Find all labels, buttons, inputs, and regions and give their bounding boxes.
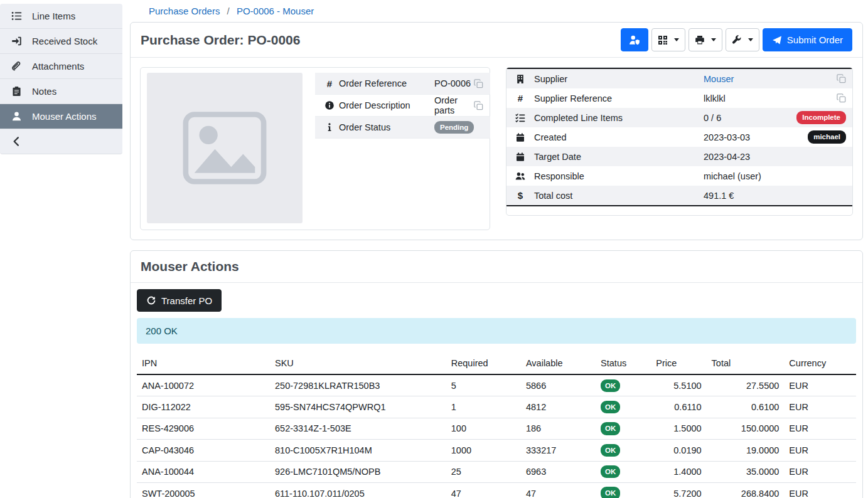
transfer-po-button[interactable]: Transfer PO: [137, 289, 222, 312]
cell-ipn: DIG-112022: [137, 396, 270, 418]
supplier-details-card: Supplier Mouser # Supplier Reference lkl…: [506, 67, 853, 216]
purchase-order-panel-header: Purchase Order: PO-0006: [131, 23, 862, 58]
order-image-placeholder[interactable]: [147, 73, 303, 223]
detail-row-completed-line-items: Completed Line Items 0 / 6 Incomplete: [506, 108, 852, 127]
app-root: Line Items Received Stock Attachments No…: [0, 0, 868, 498]
cell-total: 35.0000: [707, 461, 785, 482]
column-header-sku: SKU: [270, 354, 446, 374]
cell-price: 0.6110: [651, 396, 706, 418]
cell-sku: 926-LMC7101QM5/NOPB: [270, 461, 446, 482]
status-badge: OK: [601, 487, 620, 498]
clipboard-icon: [11, 86, 22, 97]
breadcrumb: Purchase Orders / PO-0006 - Mouser: [130, 4, 863, 22]
detail-row-order-status: Order Status Pending: [315, 117, 490, 139]
copy-icon[interactable]: [474, 101, 483, 110]
list-icon: [11, 11, 22, 21]
detail-label: Order Reference: [339, 78, 434, 88]
detail-row-created: Created 2023-03-03 michael: [506, 127, 852, 147]
mouser-actions-title: Mouser Actions: [141, 259, 239, 274]
cell-sku: 595-SN74HCS74QPWRQ1: [270, 396, 446, 418]
detail-label: Order Description: [339, 100, 434, 110]
submit-order-button[interactable]: Submit Order: [763, 28, 852, 51]
sidebar-item-label: Attachments: [32, 61, 84, 72]
column-header-status: Status: [596, 354, 651, 374]
table-row: ANA-100044 926-LMC7101QM5/NOPB 25 6963 O…: [137, 461, 856, 482]
refresh-icon: [146, 295, 156, 305]
sidebar-collapse-button[interactable]: [0, 129, 122, 154]
dollar-icon: $: [506, 190, 534, 201]
print-dropdown-button[interactable]: [689, 28, 722, 51]
supplier-link[interactable]: Mouser: [704, 74, 734, 84]
cell-currency: EUR: [784, 396, 856, 418]
copy-icon[interactable]: [837, 93, 846, 103]
order-summary-card: # Order Reference PO-0006 Order Descript…: [140, 67, 490, 230]
detail-label: Created: [534, 132, 704, 142]
status-badge: OK: [601, 379, 620, 392]
purchase-order-body: # Order Reference PO-0006 Order Descript…: [131, 58, 862, 240]
detail-row-target-date: Target Date 2023-04-23: [506, 147, 852, 166]
detail-label: Supplier: [534, 74, 704, 84]
order-actions-dropdown-button[interactable]: [726, 28, 759, 51]
cell-required: 100: [446, 418, 521, 439]
cell-available: 4812: [521, 396, 596, 418]
cell-total: 268.8400: [707, 482, 785, 498]
cell-required: 1000: [446, 440, 521, 461]
barcode-icon: [658, 35, 668, 45]
detail-label: Total cost: [534, 191, 704, 201]
cell-ipn: RES-429006: [137, 418, 270, 439]
printer-icon: [695, 35, 705, 45]
sidebar-item-mouser-actions[interactable]: Mouser Actions: [0, 104, 122, 129]
admin-user-button[interactable]: [621, 28, 648, 51]
sidebar-item-attachments[interactable]: Attachments: [0, 54, 122, 79]
detail-label: Supplier Reference: [534, 93, 704, 103]
cell-status: OK: [596, 440, 651, 461]
calendar-icon: [506, 132, 534, 142]
cell-status: OK: [596, 461, 651, 482]
status-alert: 200 OK: [137, 318, 856, 344]
cell-ipn: ANA-100044: [137, 461, 270, 482]
detail-value: michael (user): [704, 171, 761, 181]
breadcrumb-link-current-order[interactable]: PO-0006 - Mouser: [237, 6, 314, 16]
hash-icon: #: [506, 93, 534, 103]
column-header-ipn: IPN: [137, 354, 270, 374]
detail-row-order-reference: # Order Reference PO-0006: [315, 73, 490, 95]
sidebar: Line Items Received Stock Attachments No…: [0, 0, 122, 498]
main-content: Purchase Orders / PO-0006 - Mouser Purch…: [122, 0, 868, 498]
sidebar-item-line-items[interactable]: Line Items: [0, 4, 122, 29]
breadcrumb-link-purchase-orders[interactable]: Purchase Orders: [149, 6, 220, 16]
detail-value: 491.1 €: [704, 191, 734, 201]
cell-status: OK: [596, 396, 651, 418]
copy-icon[interactable]: [474, 79, 483, 88]
barcode-dropdown-button[interactable]: [651, 28, 685, 51]
detail-row-responsible: Responsible michael (user): [506, 166, 852, 186]
table-row: CAP-043046 810-C1005X7R1H104M 1000 33321…: [137, 440, 856, 461]
cell-required: 25: [446, 461, 521, 482]
cell-status: OK: [596, 482, 651, 498]
sidebar-item-notes[interactable]: Notes: [0, 79, 122, 104]
sidebar-item-label: Line Items: [32, 11, 75, 21]
detail-value: lklklkl: [704, 93, 726, 103]
cell-total: 0.6100: [707, 396, 785, 418]
transfer-po-label: Transfer PO: [161, 295, 212, 306]
column-header-price: Price: [651, 354, 706, 374]
cell-currency: EUR: [784, 461, 856, 482]
copy-icon[interactable]: [837, 74, 846, 83]
detail-row-supplier: Supplier Mouser: [506, 69, 852, 88]
sidebar-item-label: Received Stock: [32, 36, 97, 46]
cell-sku: 611-110.107.011/0205: [270, 482, 446, 498]
cell-currency: EUR: [784, 482, 856, 498]
status-badge: OK: [601, 465, 620, 478]
cell-price: 5.7200: [651, 482, 706, 498]
image-placeholder-icon: [178, 105, 272, 191]
detail-value: PO-0006: [434, 78, 474, 88]
cell-status: OK: [596, 374, 651, 396]
mouser-actions-body: Transfer PO 200 OK IPN SKU Required Avai…: [131, 283, 862, 498]
user-shield-icon: [629, 34, 640, 46]
calendar-icon: [506, 152, 534, 162]
sidebar-item-received-stock[interactable]: Received Stock: [0, 29, 122, 54]
detail-row-supplier-reference: # Supplier Reference lklklkl: [506, 88, 852, 108]
order-details-table: # Order Reference PO-0006 Order Descript…: [315, 73, 490, 139]
info-icon: [320, 122, 339, 132]
list-check-icon: [506, 113, 534, 123]
users-icon: [506, 171, 534, 181]
